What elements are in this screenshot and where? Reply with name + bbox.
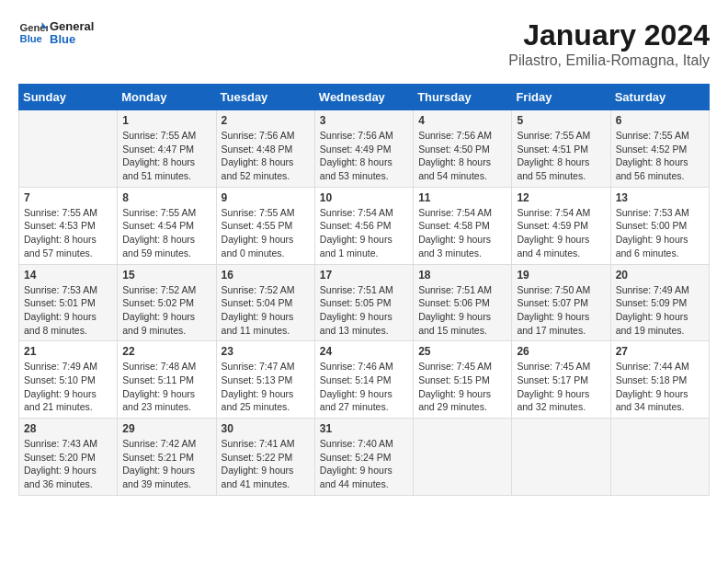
day-number: 25 <box>418 345 506 358</box>
day-cell-10: 10Sunrise: 7:54 AMSunset: 4:56 PMDayligh… <box>314 187 413 264</box>
day-info: Sunrise: 7:47 AMSunset: 5:13 PMDaylight:… <box>222 360 310 414</box>
day-number: 28 <box>24 422 112 435</box>
day-info: Sunrise: 7:43 AMSunset: 5:20 PMDaylight:… <box>24 437 112 491</box>
day-info: Sunrise: 7:49 AMSunset: 5:10 PMDaylight:… <box>24 360 112 414</box>
day-number: 23 <box>222 345 310 358</box>
logo-general: General <box>50 20 94 33</box>
week-row: 28Sunrise: 7:43 AMSunset: 5:20 PMDayligh… <box>19 419 710 496</box>
day-number: 20 <box>616 269 704 282</box>
day-cell-29: 29Sunrise: 7:42 AMSunset: 5:21 PMDayligh… <box>118 419 216 496</box>
day-cell-20: 20Sunrise: 7:49 AMSunset: 5:09 PMDayligh… <box>610 264 709 341</box>
day-info: Sunrise: 7:48 AMSunset: 5:11 PMDaylight:… <box>122 360 210 414</box>
day-cell-13: 13Sunrise: 7:53 AMSunset: 5:00 PMDayligh… <box>610 187 709 264</box>
day-info: Sunrise: 7:44 AMSunset: 5:18 PMDaylight:… <box>616 360 704 414</box>
logo-blue: Blue <box>50 33 94 46</box>
day-info: Sunrise: 7:45 AMSunset: 5:15 PMDaylight:… <box>418 360 506 414</box>
day-number: 16 <box>222 269 310 282</box>
day-number: 10 <box>320 191 408 204</box>
day-info: Sunrise: 7:54 AMSunset: 4:59 PMDaylight:… <box>517 206 605 260</box>
day-info: Sunrise: 7:56 AMSunset: 4:50 PMDaylight:… <box>418 129 506 183</box>
day-number: 2 <box>222 114 310 127</box>
week-row: 14Sunrise: 7:53 AMSunset: 5:01 PMDayligh… <box>19 264 710 341</box>
day-info: Sunrise: 7:40 AMSunset: 5:24 PMDaylight:… <box>320 437 408 491</box>
day-cell-8: 8Sunrise: 7:55 AMSunset: 4:54 PMDaylight… <box>118 187 216 264</box>
week-row: 1Sunrise: 7:55 AMSunset: 4:47 PMDaylight… <box>19 110 710 188</box>
day-number: 18 <box>418 269 506 282</box>
day-number: 13 <box>616 191 704 204</box>
day-cell-24: 24Sunrise: 7:46 AMSunset: 5:14 PMDayligh… <box>314 341 413 419</box>
day-info: Sunrise: 7:55 AMSunset: 4:55 PMDaylight:… <box>222 206 310 260</box>
day-cell-19: 19Sunrise: 7:50 AMSunset: 5:07 PMDayligh… <box>512 264 610 341</box>
day-number: 29 <box>122 422 210 435</box>
day-info: Sunrise: 7:49 AMSunset: 5:09 PMDaylight:… <box>616 283 704 338</box>
day-number: 3 <box>320 114 408 127</box>
day-number: 12 <box>517 191 605 204</box>
day-number: 19 <box>517 269 605 282</box>
day-info: Sunrise: 7:52 AMSunset: 5:04 PMDaylight:… <box>222 283 310 338</box>
day-number: 27 <box>616 345 704 358</box>
day-cell-18: 18Sunrise: 7:51 AMSunset: 5:06 PMDayligh… <box>414 264 512 341</box>
day-number: 6 <box>616 114 704 127</box>
logo-icon: General Blue <box>18 18 48 48</box>
header-tuesday: Tuesday <box>216 85 314 110</box>
day-cell-11: 11Sunrise: 7:54 AMSunset: 4:58 PMDayligh… <box>414 187 512 264</box>
location: Pilastro, Emilia-Romagna, Italy <box>508 52 710 69</box>
day-info: Sunrise: 7:42 AMSunset: 5:21 PMDaylight:… <box>122 437 210 491</box>
day-number: 11 <box>418 191 506 204</box>
empty-cell <box>414 419 512 496</box>
day-number: 31 <box>320 422 408 435</box>
day-info: Sunrise: 7:53 AMSunset: 5:00 PMDaylight:… <box>616 206 704 260</box>
header-saturday: Saturday <box>610 85 709 110</box>
day-info: Sunrise: 7:55 AMSunset: 4:52 PMDaylight:… <box>616 129 704 183</box>
calendar-table: SundayMondayTuesdayWednesdayThursdayFrid… <box>18 84 710 496</box>
day-cell-26: 26Sunrise: 7:45 AMSunset: 5:17 PMDayligh… <box>512 341 610 419</box>
day-cell-25: 25Sunrise: 7:45 AMSunset: 5:15 PMDayligh… <box>414 341 512 419</box>
day-cell-23: 23Sunrise: 7:47 AMSunset: 5:13 PMDayligh… <box>216 341 314 419</box>
day-cell-27: 27Sunrise: 7:44 AMSunset: 5:18 PMDayligh… <box>610 341 709 419</box>
day-info: Sunrise: 7:52 AMSunset: 5:02 PMDaylight:… <box>122 283 210 338</box>
day-number: 17 <box>320 269 408 282</box>
day-info: Sunrise: 7:50 AMSunset: 5:07 PMDaylight:… <box>517 283 605 338</box>
day-info: Sunrise: 7:55 AMSunset: 4:53 PMDaylight:… <box>24 206 112 260</box>
day-number: 21 <box>24 345 112 358</box>
header-monday: Monday <box>118 85 216 110</box>
empty-cell <box>610 419 709 496</box>
day-number: 14 <box>24 269 112 282</box>
header-wednesday: Wednesday <box>314 85 413 110</box>
header-friday: Friday <box>512 85 610 110</box>
day-number: 5 <box>517 114 605 127</box>
day-cell-16: 16Sunrise: 7:52 AMSunset: 5:04 PMDayligh… <box>216 264 314 341</box>
day-cell-4: 4Sunrise: 7:56 AMSunset: 4:50 PMDaylight… <box>414 110 512 188</box>
day-cell-3: 3Sunrise: 7:56 AMSunset: 4:49 PMDaylight… <box>314 110 413 188</box>
day-number: 22 <box>122 345 210 358</box>
day-info: Sunrise: 7:51 AMSunset: 5:06 PMDaylight:… <box>418 283 506 338</box>
day-info: Sunrise: 7:56 AMSunset: 4:48 PMDaylight:… <box>222 129 310 183</box>
day-info: Sunrise: 7:55 AMSunset: 4:54 PMDaylight:… <box>122 206 210 260</box>
day-info: Sunrise: 7:41 AMSunset: 5:22 PMDaylight:… <box>222 437 310 491</box>
day-cell-7: 7Sunrise: 7:55 AMSunset: 4:53 PMDaylight… <box>19 187 118 264</box>
day-number: 30 <box>222 422 310 435</box>
month-title: January 2024 <box>508 18 710 52</box>
day-info: Sunrise: 7:51 AMSunset: 5:05 PMDaylight:… <box>320 283 408 338</box>
day-number: 9 <box>222 191 310 204</box>
day-number: 15 <box>122 269 210 282</box>
day-cell-9: 9Sunrise: 7:55 AMSunset: 4:55 PMDaylight… <box>216 187 314 264</box>
day-number: 4 <box>418 114 506 127</box>
day-cell-21: 21Sunrise: 7:49 AMSunset: 5:10 PMDayligh… <box>19 341 118 419</box>
day-info: Sunrise: 7:54 AMSunset: 4:58 PMDaylight:… <box>418 206 506 260</box>
day-cell-31: 31Sunrise: 7:40 AMSunset: 5:24 PMDayligh… <box>314 419 413 496</box>
week-row: 21Sunrise: 7:49 AMSunset: 5:10 PMDayligh… <box>19 341 710 419</box>
calendar-body: 1Sunrise: 7:55 AMSunset: 4:47 PMDaylight… <box>19 110 710 496</box>
svg-text:Blue: Blue <box>20 33 42 44</box>
day-cell-28: 28Sunrise: 7:43 AMSunset: 5:20 PMDayligh… <box>19 419 118 496</box>
day-number: 1 <box>122 114 210 127</box>
header-thursday: Thursday <box>414 85 512 110</box>
day-cell-1: 1Sunrise: 7:55 AMSunset: 4:47 PMDaylight… <box>118 110 216 188</box>
svg-text:General: General <box>20 22 48 33</box>
day-number: 24 <box>320 345 408 358</box>
day-info: Sunrise: 7:46 AMSunset: 5:14 PMDaylight:… <box>320 360 408 414</box>
day-number: 7 <box>24 191 112 204</box>
day-cell-22: 22Sunrise: 7:48 AMSunset: 5:11 PMDayligh… <box>118 341 216 419</box>
header-sunday: Sunday <box>19 85 118 110</box>
day-cell-5: 5Sunrise: 7:55 AMSunset: 4:51 PMDaylight… <box>512 110 610 188</box>
